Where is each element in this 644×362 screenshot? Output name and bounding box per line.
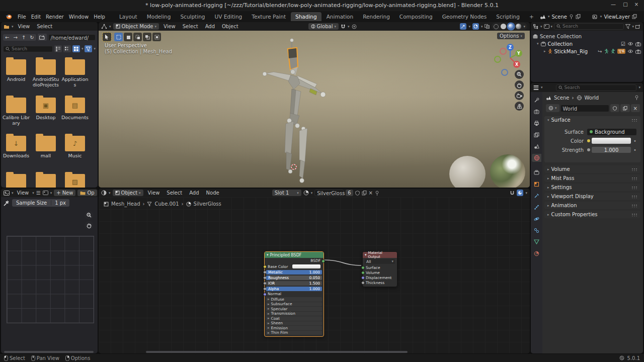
- viewlayer-dropdown-icon[interactable]: ▾: [600, 15, 602, 19]
- editor-type-properties-icon[interactable]: [533, 85, 539, 90]
- editor-type-dropdown-icon[interactable]: ▾: [540, 25, 542, 29]
- breadcrumb-mesh[interactable]: Cube.001: [154, 201, 179, 207]
- normal-socket[interactable]: [263, 293, 267, 296]
- folder-item[interactable]: mall: [31, 134, 60, 158]
- display-thumbnails-icon[interactable]: [72, 45, 80, 52]
- principled-bsdf-node[interactable]: ▾ Principled BSDF BSDF Base Color Metall…: [264, 251, 324, 337]
- collection-checkbox[interactable]: ☑: [621, 41, 625, 47]
- folder-item[interactable]: ▨: [60, 172, 90, 188]
- normal-row[interactable]: Normal: [265, 291, 324, 297]
- shader-canvas[interactable]: Mesh_Head › Cube.001 › SilverGloss ▾ Pri…: [99, 197, 530, 353]
- show-gizmo-icon[interactable]: [460, 23, 466, 30]
- outliner-search-box[interactable]: [554, 23, 624, 30]
- section-diffuse[interactable]: ▸Diffuse: [266, 297, 322, 302]
- create-folder-button[interactable]: [38, 34, 47, 41]
- editor-type-image-icon[interactable]: [4, 191, 10, 196]
- nav-back-button[interactable]: ←: [3, 34, 11, 41]
- filter-funnel-icon[interactable]: [625, 24, 630, 29]
- collapse-icon[interactable]: ▾: [537, 42, 539, 46]
- copy-icon[interactable]: [632, 14, 637, 19]
- base-color-socket[interactable]: [263, 265, 267, 268]
- metallic-row[interactable]: Metallic1.000: [265, 269, 324, 275]
- viewport-menu-object[interactable]: Object: [219, 24, 241, 29]
- shader-menu-node[interactable]: Node: [204, 190, 222, 196]
- surface-input-socket[interactable]: [361, 266, 365, 269]
- editor-type-shader-icon[interactable]: [101, 190, 107, 196]
- workspace-tab-scripting[interactable]: Scripting: [492, 12, 524, 21]
- sample-size-slider[interactable]: Sample Size 1 px: [12, 199, 69, 207]
- viewport-pan-hand-icon[interactable]: [515, 80, 524, 89]
- breadcrumb-object[interactable]: Mesh_Head: [111, 201, 140, 207]
- tab-material-icon[interactable]: [532, 249, 541, 257]
- snap-dropdown-icon[interactable]: ▾: [525, 191, 527, 195]
- world-browse-button[interactable]: ▾: [546, 104, 559, 112]
- tab-render-icon[interactable]: [532, 108, 541, 116]
- bsdf-node-header[interactable]: ▾ Principled BSDF: [265, 252, 324, 258]
- folder-item[interactable]: Calibre Library: [2, 96, 31, 126]
- panel-custom-properties[interactable]: ▸Custom Properties: [544, 211, 640, 218]
- menu-file[interactable]: File: [15, 14, 29, 20]
- outliner-row-collection[interactable]: ▾ Collection ☑: [533, 40, 641, 47]
- folder-item[interactable]: AndroidStudioProjects: [31, 57, 60, 87]
- displacement-input-row[interactable]: Displacement: [363, 275, 397, 280]
- breadcrumb-world[interactable]: World: [585, 95, 599, 101]
- strength-slider[interactable]: 1.000: [592, 147, 631, 153]
- show-overlays-icon[interactable]: [472, 23, 479, 30]
- overlays-dropdown-icon[interactable]: ▾: [481, 25, 483, 29]
- pin-icon[interactable]: [375, 191, 379, 196]
- tab-world-icon[interactable]: [532, 154, 541, 162]
- editor-type-dropdown-icon[interactable]: ▾: [109, 191, 111, 195]
- folder-item[interactable]: ♪Music: [60, 134, 90, 158]
- panel-volume[interactable]: ▸Volume: [544, 165, 640, 173]
- gizmo-axis-y-neg[interactable]: [494, 56, 501, 63]
- panel-animation[interactable]: ▸Animation: [544, 202, 640, 209]
- tab-modifiers-icon[interactable]: [532, 192, 541, 200]
- blender-logo-icon[interactable]: [5, 14, 12, 20]
- eyedropper-tool-icon[interactable]: [3, 200, 9, 207]
- viewport-canvas[interactable]: Options▾ User Perspective (5) Collection…: [99, 31, 530, 188]
- viewport-menu-add[interactable]: Add: [203, 24, 217, 29]
- scene-dropdown-icon[interactable]: ▾: [548, 15, 550, 19]
- section-thin-film[interactable]: ▸Thin Film: [266, 331, 322, 335]
- base-color-swatch[interactable]: [292, 264, 320, 268]
- disable-render-camera-icon[interactable]: [635, 49, 641, 54]
- gizmo-axis-x-neg[interactable]: [500, 48, 507, 55]
- file-search-input[interactable]: [12, 46, 47, 52]
- animate-dot[interactable]: •: [633, 138, 636, 144]
- panel-grip-icon[interactable]: [631, 186, 637, 189]
- surface-input-row[interactable]: Surface: [363, 265, 397, 270]
- tab-output-icon[interactable]: [532, 119, 541, 127]
- panel-mist-pass[interactable]: ▸Mist Pass: [544, 174, 640, 182]
- section-coat[interactable]: ▸Coat: [266, 316, 322, 321]
- gizmo-dropdown-icon[interactable]: ▾: [468, 25, 470, 29]
- display-size-dropdown-icon[interactable]: ▾: [82, 47, 84, 51]
- display-mode-dropdown-icon[interactable]: ▾: [551, 25, 553, 29]
- roughness-row[interactable]: Roughness0.050: [265, 275, 324, 280]
- viewlayer-name[interactable]: ViewLayer: [604, 14, 630, 20]
- viewport-menu-select[interactable]: Select: [180, 24, 201, 29]
- pan-hand-gizmo-icon[interactable]: [85, 221, 94, 230]
- select-box-subtract-button[interactable]: [133, 33, 142, 41]
- open-image-button[interactable]: Op: [77, 190, 97, 196]
- zoom-gizmo-icon[interactable]: [85, 211, 94, 220]
- display-horizontal-list-icon[interactable]: [63, 45, 71, 52]
- thickness-input-socket[interactable]: [361, 281, 365, 285]
- editor-type-outliner-icon[interactable]: [533, 24, 539, 29]
- menu-edit[interactable]: Edit: [29, 14, 43, 20]
- file-browser-menu-view[interactable]: View: [16, 24, 33, 29]
- hide-eye-icon[interactable]: [627, 49, 633, 53]
- select-box-extend-button[interactable]: [124, 33, 132, 41]
- pin-icon[interactable]: [569, 14, 574, 19]
- panel-grip-icon[interactable]: [631, 119, 637, 122]
- filter-dropdown-icon[interactable]: ▾: [632, 25, 634, 29]
- file-path-field[interactable]: /home/edward/: [48, 34, 96, 41]
- viewport-grid-icon[interactable]: [515, 102, 524, 111]
- viewport-menu-view[interactable]: View: [161, 24, 178, 29]
- tab-object-icon[interactable]: [532, 180, 541, 188]
- nav-refresh-button[interactable]: ↻: [28, 34, 36, 41]
- properties-search-input[interactable]: [565, 84, 610, 91]
- copy-icon[interactable]: [576, 14, 581, 19]
- shader-type-dropdown[interactable]: Object▾: [113, 190, 143, 196]
- folder-item[interactable]: ▣Desktop: [31, 96, 60, 120]
- unlink-button[interactable]: ×: [631, 104, 640, 112]
